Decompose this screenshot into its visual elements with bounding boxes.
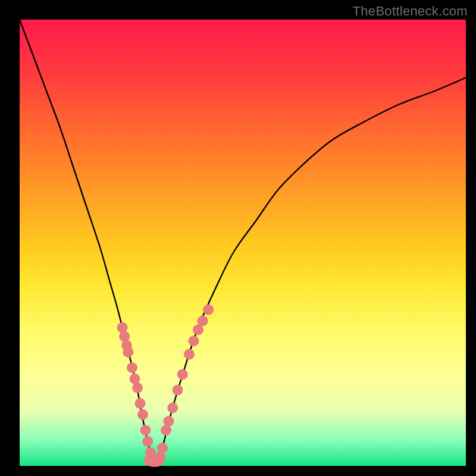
data-point xyxy=(157,443,168,453)
data-point xyxy=(117,322,128,333)
data-point xyxy=(177,369,188,380)
markers-bottom-group xyxy=(144,455,165,467)
chart-svg xyxy=(20,20,466,466)
bottleneck-curve xyxy=(20,20,466,463)
data-point xyxy=(127,362,137,373)
data-point xyxy=(137,409,148,420)
data-point xyxy=(167,403,178,414)
chart-frame: TheBottleneck.com xyxy=(0,0,476,476)
data-point xyxy=(164,416,174,427)
data-point xyxy=(155,455,165,465)
markers-left-group xyxy=(117,322,162,467)
data-point xyxy=(140,425,151,436)
plot-area xyxy=(20,20,466,466)
data-point xyxy=(135,398,146,409)
data-point xyxy=(142,436,153,447)
data-point xyxy=(189,336,199,346)
data-point xyxy=(173,385,183,396)
data-point xyxy=(132,383,143,393)
data-point xyxy=(184,349,195,360)
markers-right-group xyxy=(155,305,214,463)
data-point xyxy=(123,347,133,358)
data-point xyxy=(119,331,130,342)
watermark-text: TheBottleneck.com xyxy=(353,4,468,19)
data-point xyxy=(198,315,208,326)
data-point xyxy=(203,305,214,315)
